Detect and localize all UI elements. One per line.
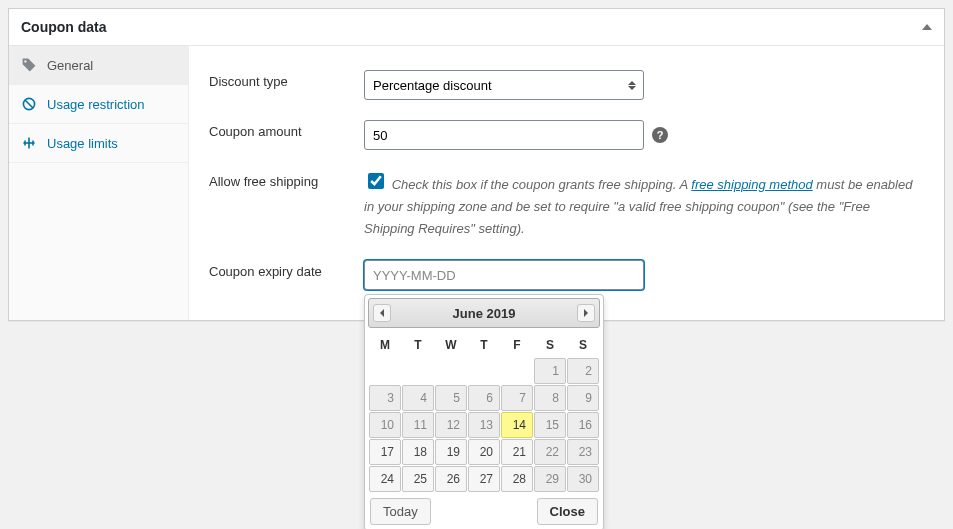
datepicker-day[interactable]: 10 <box>369 412 401 438</box>
row-discount-type: Discount type Percentage discount <box>209 60 924 110</box>
datepicker-dow: W <box>435 333 467 357</box>
datepicker-day[interactable]: 8 <box>534 385 566 411</box>
datepicker-day[interactable]: 17 <box>369 439 401 465</box>
free-shipping-description: Check this box if the coupon grants free… <box>364 170 924 240</box>
row-expiry-date: Coupon expiry date June 2019 <box>209 250 924 300</box>
help-icon[interactable]: ? <box>652 127 668 143</box>
datepicker-next-button[interactable] <box>577 304 595 322</box>
datepicker-day[interactable]: 24 <box>369 466 401 492</box>
datepicker-day[interactable]: 16 <box>567 412 599 438</box>
tab-usage-limits[interactable]: Usage limits <box>9 124 188 163</box>
datepicker-day[interactable]: 14 <box>501 412 533 438</box>
datepicker-day[interactable]: 5 <box>435 385 467 411</box>
datepicker-day[interactable]: 11 <box>402 412 434 438</box>
free-shipping-method-link[interactable]: free shipping method <box>691 177 812 192</box>
ban-icon <box>21 96 37 112</box>
datepicker-day[interactable]: 27 <box>468 466 500 492</box>
datepicker-dow: M <box>369 333 401 357</box>
tag-icon <box>21 57 37 73</box>
tab-usage-restriction[interactable]: Usage restriction <box>9 85 188 124</box>
label-expiry-date: Coupon expiry date <box>209 260 364 279</box>
tab-label: General <box>47 58 93 73</box>
collapse-icon[interactable] <box>922 24 932 30</box>
datepicker-day[interactable]: 1 <box>534 358 566 384</box>
datepicker-dow: S <box>534 333 566 357</box>
free-shipping-checkbox[interactable] <box>368 173 384 189</box>
datepicker-dow: T <box>402 333 434 357</box>
expiry-date-input[interactable] <box>364 260 644 290</box>
datepicker-day[interactable]: 18 <box>402 439 434 465</box>
datepicker: June 2019 MTWTFSS .....12345678910111213… <box>364 294 604 529</box>
datepicker-day[interactable]: 30 <box>567 466 599 492</box>
tab-general[interactable]: General <box>9 46 188 85</box>
discount-type-select[interactable]: Percentage discount <box>364 70 644 100</box>
datepicker-day[interactable]: 15 <box>534 412 566 438</box>
panel-header[interactable]: Coupon data <box>9 9 944 46</box>
datepicker-month-label: June 2019 <box>453 306 516 321</box>
panel-title: Coupon data <box>21 19 107 35</box>
datepicker-day[interactable]: 22 <box>534 439 566 465</box>
datepicker-day[interactable]: 12 <box>435 412 467 438</box>
datepicker-calendar: MTWTFSS .....123456789101112131415161718… <box>368 332 600 493</box>
tab-label: Usage limits <box>47 136 118 151</box>
row-coupon-amount: Coupon amount ? <box>209 110 924 160</box>
datepicker-day[interactable]: 28 <box>501 466 533 492</box>
datepicker-day[interactable]: 3 <box>369 385 401 411</box>
datepicker-prev-button[interactable] <box>373 304 391 322</box>
datepicker-day[interactable]: 25 <box>402 466 434 492</box>
datepicker-day[interactable]: 9 <box>567 385 599 411</box>
datepicker-day[interactable]: 20 <box>468 439 500 465</box>
svg-line-1 <box>25 100 33 108</box>
datepicker-day[interactable]: 19 <box>435 439 467 465</box>
coupon-amount-input[interactable] <box>364 120 644 150</box>
datepicker-dow: F <box>501 333 533 357</box>
side-tabs: General Usage restriction Usage limits <box>9 46 189 320</box>
datepicker-day[interactable]: 2 <box>567 358 599 384</box>
datepicker-close-button[interactable]: Close <box>537 498 598 525</box>
datepicker-day[interactable]: 29 <box>534 466 566 492</box>
label-discount-type: Discount type <box>209 70 364 89</box>
row-free-shipping: Allow free shipping Check this box if th… <box>209 160 924 250</box>
datepicker-day[interactable]: 21 <box>501 439 533 465</box>
label-free-shipping: Allow free shipping <box>209 170 364 189</box>
datepicker-day[interactable]: 26 <box>435 466 467 492</box>
datepicker-dow: T <box>468 333 500 357</box>
datepicker-dow: S <box>567 333 599 357</box>
datepicker-today-button[interactable]: Today <box>370 498 431 525</box>
datepicker-day[interactable]: 13 <box>468 412 500 438</box>
datepicker-day[interactable]: 7 <box>501 385 533 411</box>
datepicker-day[interactable]: 23 <box>567 439 599 465</box>
coupon-data-panel: Coupon data General Usage restriction <box>8 8 945 321</box>
general-content: Discount type Percentage discount Coupon… <box>189 46 944 320</box>
limits-icon <box>21 135 37 151</box>
datepicker-day[interactable]: 6 <box>468 385 500 411</box>
label-coupon-amount: Coupon amount <box>209 120 364 139</box>
tab-label: Usage restriction <box>47 97 145 112</box>
datepicker-day[interactable]: 4 <box>402 385 434 411</box>
